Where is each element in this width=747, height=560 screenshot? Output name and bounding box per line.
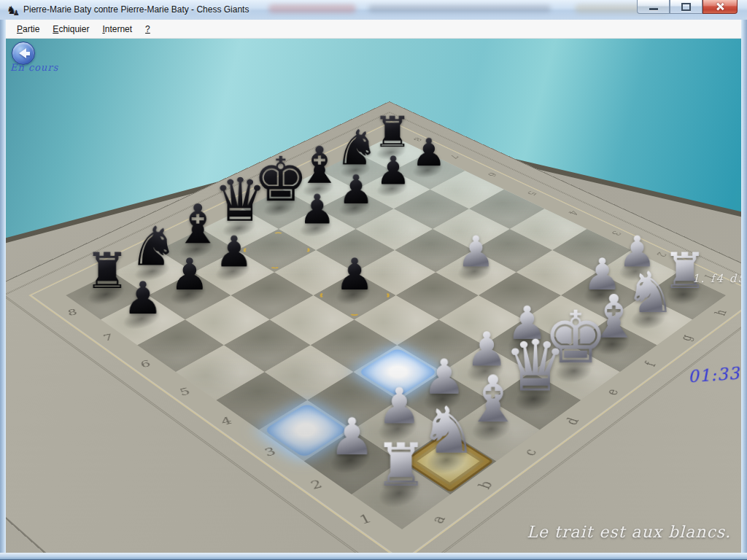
minimize-button[interactable] [637,0,670,14]
piece-glyph: ♜ [374,438,427,494]
titlebar[interactable]: ♞ ♟ Pierre-Marie Baty contre Pierre-Mari… [0,0,747,20]
piece-glyph: ♟ [335,254,374,295]
window-border-bottom [0,553,747,560]
menu-item-?[interactable]: ? [139,22,157,36]
minimize-icon [649,8,658,10]
status-label: Le trait est aux blancs. [527,523,731,541]
close-icon [716,2,724,11]
menu-item-partie[interactable]: Partie [10,22,46,36]
app-icon: ♞ ♟ [7,4,20,17]
move-list-label: 1. f4 d5 [648,272,741,285]
menubar: PartieEchiquierInternet? [6,20,741,39]
game-scene: ♜♞♝♛♚♝♞♜♟♟♟♟♟♟♟♟♜♞♝♛♚♝♞♜♟♟♟♟♟♟♟♟ 1122334… [6,39,741,553]
caption-buttons [637,0,738,14]
close-button[interactable] [703,0,738,14]
timer-label: 01:33 [687,364,740,386]
maximize-icon [681,3,691,11]
board-squares: ♜♞♝♛♚♝♞♜♟♟♟♟♟♟♟♟♜♞♝♛♚♝♞♜♟♟♟♟♟♟♟♟ [66,136,726,529]
pawn-icon: ♟ [13,7,20,20]
window-border-left [0,20,6,553]
board-table-frame: ♜♞♝♛♚♝♞♜♟♟♟♟♟♟♟♟♜♞♝♛♚♝♞♜♟♟♟♟♟♟♟♟ 1122334… [6,101,741,553]
piece-glyph: ♟ [457,232,495,273]
maximize-button[interactable] [670,0,703,14]
piece-glyph: ♟ [170,254,209,295]
window-border-right [741,20,747,553]
back-arrow-icon [19,48,26,58]
back-button[interactable] [12,42,35,65]
menu-item-echiquier[interactable]: Echiquier [46,22,96,36]
titlebar-glass-reflection [368,5,551,12]
titlebar-glass-reflection [268,4,356,13]
app-window: ♞ ♟ Pierre-Marie Baty contre Pierre-Mari… [0,0,747,560]
board-viewport: ♜♞♝♛♚♝♞♜♟♟♟♟♟♟♟♟♜♞♝♛♚♝♞♜♟♟♟♟♟♟♟♟ 1122334… [6,39,741,553]
menu-item-internet[interactable]: Internet [96,22,139,36]
piece-glyph: ♟ [123,277,163,319]
window-title: Pierre-Marie Baty contre Pierre-Marie Ba… [23,4,249,15]
